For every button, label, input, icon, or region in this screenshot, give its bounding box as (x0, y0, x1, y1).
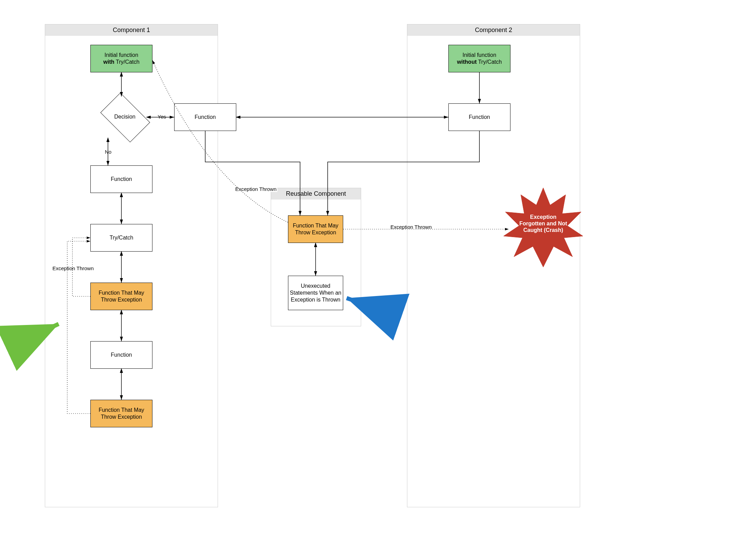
c1-throw-2: Function That May Throw Exception (90, 400, 152, 427)
reusable-component-title: Reusable Component (271, 188, 361, 200)
c2-initial-function: Initial function without Try/Catch (448, 45, 510, 72)
c1-initial-function: Initial function with Try/Catch (90, 45, 152, 72)
crash-label: Exception Forgotten and Not Caught (Cras… (517, 214, 569, 234)
c2-function: Function (448, 103, 510, 131)
label-yes: Yes (157, 114, 167, 120)
c1-throw-1: Function That May Throw Exception (90, 283, 152, 310)
label-exception-right: Exception Thrown (390, 224, 433, 230)
c2-initial-text: Initial function without Try/Catch (457, 52, 502, 65)
component2-title: Component 2 (407, 24, 580, 36)
label-no: No (104, 149, 112, 155)
component1-title: Component 1 (45, 24, 218, 36)
rc-throw: Function That May Throw Exception (288, 215, 343, 243)
c1-try-catch: Try/Catch (90, 224, 152, 252)
label-exception-left: Exception Thrown (52, 265, 95, 271)
c1-function-mid: Function (90, 165, 152, 193)
c1-initial-text: Initial function with Try/Catch (103, 52, 140, 65)
label-exception-mid: Exception Thrown (235, 186, 277, 192)
c1-function-bot: Function (90, 341, 152, 369)
c1-function-top: Function (174, 103, 236, 131)
decision-label: Decision (101, 114, 149, 120)
rc-unexecuted: Unexecuted Statements When an Exception … (288, 276, 343, 310)
